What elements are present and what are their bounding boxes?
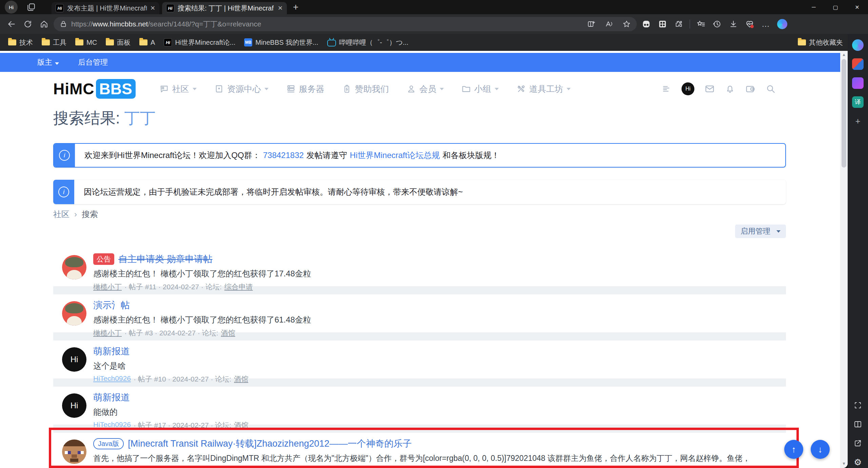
nav-resources[interactable]: 资源中心 — [214, 83, 269, 95]
extension-qr-icon[interactable] — [656, 17, 669, 31]
back-icon[interactable] — [5, 17, 18, 31]
result-item-4: Hi 萌新报道 能做的 HiTech0926 · 帖子 #17 · 2024-0… — [53, 387, 786, 425]
forum-rules-link[interactable]: Hi世界Minecraft论坛总规 — [350, 150, 440, 161]
nav-community[interactable]: 社区 — [159, 83, 197, 95]
thread-title-link[interactable]: [Minecraft Transit Railway·转载]Zhaozizhen… — [128, 437, 412, 450]
thread-title-link[interactable]: 自主申请类 勋章申请帖 — [118, 253, 213, 265]
nav-servers[interactable]: 服务器 — [286, 83, 324, 95]
result-item-2: 演示氵帖 感谢楼主的红包！ 橄榄小丁领取了您的红包获得了61.48金粒 橄榄小丁… — [53, 294, 786, 332]
notifications-bell-icon[interactable] — [725, 84, 735, 94]
nav-groups[interactable]: 小组 — [461, 83, 499, 95]
extensions-puzzle-icon[interactable] — [672, 17, 686, 31]
bookmark-folder[interactable]: MC — [73, 37, 100, 48]
window-maximize-button[interactable]: ▢ — [825, 0, 846, 14]
split-window-icon[interactable] — [852, 418, 864, 430]
site-favicon: Hi — [164, 38, 172, 46]
wallet-icon[interactable] — [745, 84, 755, 94]
folder-icon — [42, 39, 50, 45]
scrollbar-thumb[interactable] — [842, 59, 846, 168]
author-link[interactable]: 橄榄小丁 — [93, 282, 122, 292]
downloads-icon[interactable] — [727, 17, 740, 31]
forum-logo[interactable]: HiMC BBS — [53, 79, 136, 99]
info-icon — [54, 144, 75, 167]
thread-title-link[interactable]: 萌新报道 — [93, 391, 130, 404]
scroll-down-arrow-icon[interactable]: ▼ — [842, 460, 846, 467]
tab-actions-icon[interactable] — [24, 0, 38, 14]
forum-link[interactable]: 酒馆 — [221, 328, 235, 338]
bookmark-site[interactable]: 哔哩哔哩（゜-゜）つ... — [324, 37, 411, 48]
split-screen-icon[interactable] — [585, 17, 598, 31]
bookmarks-bar: 技术 工具 MC 面板 A HiHi世界Minecraft论... MBMine… — [0, 34, 868, 51]
collections-icon[interactable] — [694, 17, 708, 31]
result-snippet: 能做的 — [93, 407, 779, 417]
copilot-sidebar-icon[interactable] — [852, 39, 864, 51]
history-icon[interactable] — [710, 17, 724, 31]
settings-gear-icon[interactable]: ⚙ — [852, 456, 864, 468]
user-avatar[interactable]: Hi — [682, 82, 694, 95]
avatar[interactable]: Hi — [62, 347, 86, 372]
avatar[interactable] — [62, 440, 86, 464]
bookmark-folder[interactable]: 工具 — [39, 37, 69, 48]
browser-profile-button[interactable]: Hi — [5, 1, 18, 14]
breadcrumb-community-link[interactable]: 社区 — [53, 209, 70, 220]
result-snippet: 这个是啥 — [93, 360, 779, 371]
scroll-up-arrow-icon[interactable]: ▲ — [842, 51, 846, 58]
forum-link[interactable]: 综合申请 — [224, 282, 253, 292]
author-link[interactable]: 橄榄小丁 — [93, 328, 122, 338]
settings-more-icon[interactable]: … — [759, 17, 773, 31]
other-favorites-folder[interactable]: 其他收藏夹 — [795, 37, 846, 48]
result-meta: 橄榄小丁 · 帖子 #11 · 2024-02-27 · 论坛: 综合申请 — [93, 282, 779, 292]
address-bar[interactable]: https://www.himcbbs.net/search/1448/?q=丁… — [54, 17, 637, 31]
favorite-star-icon[interactable] — [620, 17, 633, 31]
site-favicon: Hi — [166, 4, 174, 12]
page-scrollbar[interactable]: ▲ ▼ — [840, 51, 848, 468]
browser-tab-1[interactable]: Hi 发布主题 | Hi世界Minecraft论坛 ✕ — [52, 2, 159, 14]
window-minimize-button[interactable]: ─ — [803, 0, 825, 14]
extension-mask-icon[interactable] — [639, 17, 653, 31]
messages-icon[interactable] — [705, 84, 715, 94]
result-item-1: 公告 自主申请类 勋章申请帖 感谢楼主的红包！ 橄榄小丁领取了您的红包获得了17… — [53, 248, 786, 286]
nav-members[interactable]: 会员 — [407, 83, 444, 95]
author-link[interactable]: HiTech0926 — [93, 421, 131, 430]
refresh-icon[interactable] — [21, 17, 35, 31]
scroll-to-bottom-button[interactable]: ↓ — [811, 440, 830, 459]
m365-icon[interactable] — [852, 58, 864, 70]
author-link[interactable]: HiTech0926 — [93, 374, 131, 384]
scroll-to-top-button[interactable]: ↑ — [784, 440, 803, 459]
browser-essentials-icon[interactable] — [743, 17, 756, 31]
screenshot-icon[interactable] — [852, 399, 864, 411]
thread-title-link[interactable]: 演示氵帖 — [93, 299, 130, 311]
bookmark-folder[interactable]: 技术 — [5, 37, 36, 48]
forum-link[interactable]: 酒馆 — [234, 421, 248, 430]
avatar[interactable]: Hi — [62, 393, 86, 418]
add-sidebar-icon[interactable]: + — [852, 115, 864, 127]
avatar[interactable] — [62, 255, 86, 279]
window-close-button[interactable]: ✕ — [846, 0, 868, 14]
nav-donate[interactable]: 赞助我们 — [342, 83, 389, 95]
nav-workshop[interactable]: 道具工坊 — [516, 83, 571, 95]
new-tab-button[interactable]: + — [293, 2, 298, 13]
list-menu-icon[interactable] — [662, 84, 671, 94]
thread-title-link[interactable]: 萌新报道 — [93, 345, 130, 357]
bookmark-site[interactable]: MBMineBBS 我的世界... — [241, 37, 321, 48]
search-icon[interactable] — [766, 84, 776, 94]
moderator-menu[interactable]: 版主 — [37, 57, 59, 67]
avatar[interactable] — [62, 301, 86, 326]
folder-icon — [8, 39, 16, 45]
tab-close-icon[interactable]: ✕ — [150, 4, 155, 12]
copilot-icon[interactable] — [775, 17, 789, 31]
read-aloud-icon[interactable] — [602, 17, 616, 31]
backend-admin-link[interactable]: 后台管理 — [78, 57, 108, 67]
qq-group-link[interactable]: 738421832 — [263, 151, 304, 160]
enable-manage-button[interactable]: 启用管理 — [735, 225, 786, 238]
tab-close-icon[interactable]: ✕ — [278, 4, 283, 12]
home-icon[interactable] — [37, 17, 51, 31]
forum-link[interactable]: 酒馆 — [234, 374, 248, 384]
designer-icon[interactable] — [852, 77, 864, 89]
translate-icon[interactable]: 译 — [852, 96, 864, 108]
bookmark-folder[interactable]: 面板 — [103, 37, 133, 48]
browser-tab-2-active[interactable]: Hi 搜索结果: 丁丁 | Hi世界Minecraf ✕ — [162, 2, 287, 14]
open-in-new-icon[interactable] — [852, 437, 864, 449]
bookmark-site[interactable]: HiHi世界Minecraft论... — [161, 37, 238, 48]
bookmark-folder[interactable]: A — [137, 37, 158, 48]
